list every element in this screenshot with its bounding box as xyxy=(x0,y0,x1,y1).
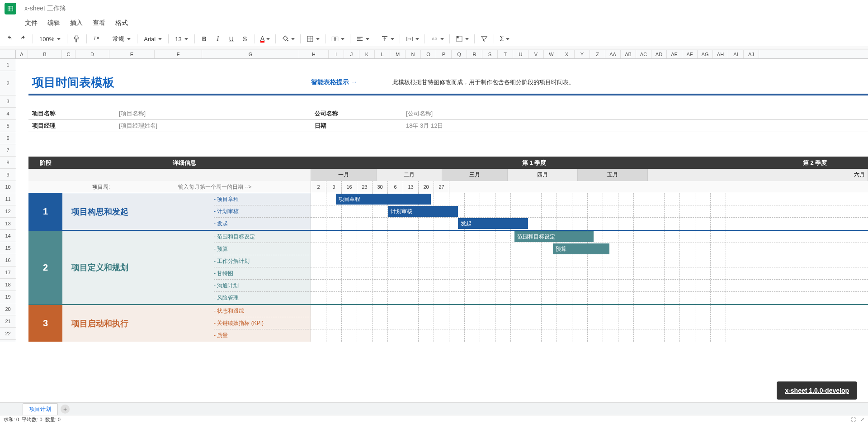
col-header[interactable]: Q xyxy=(452,50,467,58)
row-header[interactable]: 19 xyxy=(0,291,16,303)
row-header[interactable]: 14 xyxy=(0,230,16,242)
col-header[interactable]: V xyxy=(528,50,544,58)
underline-button[interactable]: U xyxy=(226,33,237,45)
col-header[interactable]: J xyxy=(344,50,359,58)
gantt-bar[interactable]: 计划审核 xyxy=(388,206,458,217)
text-color-button[interactable]: A xyxy=(259,33,272,45)
col-header[interactable]: X xyxy=(559,50,575,58)
row-header[interactable]: 13 xyxy=(0,218,16,230)
borders-button[interactable] xyxy=(304,33,321,45)
menu-file[interactable]: 文件 xyxy=(25,19,38,27)
redo-button[interactable] xyxy=(17,33,29,45)
col-header[interactable]: AH xyxy=(713,50,728,58)
row-header[interactable]: 22 xyxy=(0,328,16,340)
menu-edit[interactable]: 编辑 xyxy=(47,19,60,27)
col-header[interactable]: A xyxy=(16,50,28,58)
row-header[interactable]: 16 xyxy=(0,254,16,267)
gantt-bar[interactable]: 范围和目标设定 xyxy=(514,231,594,242)
menu-format[interactable]: 格式 xyxy=(115,19,128,27)
row-header[interactable]: 18 xyxy=(0,279,16,291)
halign-button[interactable] xyxy=(354,33,371,45)
col-header[interactable]: AC xyxy=(636,50,651,58)
font-select[interactable]: Arial xyxy=(141,36,165,43)
valign-button[interactable] xyxy=(379,33,396,45)
col-header[interactable]: F xyxy=(155,50,202,58)
col-header[interactable]: N xyxy=(406,50,421,58)
project-name-value[interactable]: [项目名称] xyxy=(119,110,307,118)
select-all-corner[interactable] xyxy=(0,50,16,58)
phase-3: 3 项目启动和执行 - 状态和跟踪 - 关键绩效指标 (KPI) - 质量 xyxy=(28,305,868,342)
zoom-select[interactable]: 100% xyxy=(37,36,63,43)
row-header[interactable]: 2 xyxy=(0,71,16,95)
col-header[interactable]: W xyxy=(544,50,559,58)
gantt-bar[interactable]: 发起 xyxy=(458,218,528,229)
col-header[interactable]: AJ xyxy=(744,50,759,58)
row-header[interactable]: 10 xyxy=(0,181,16,193)
col-header[interactable]: Y xyxy=(575,50,590,58)
col-header[interactable]: P xyxy=(436,50,452,58)
text-wrap-button[interactable] xyxy=(404,33,421,45)
number-format-select[interactable]: 常规 xyxy=(110,35,133,43)
col-header[interactable]: O xyxy=(421,50,436,58)
row-header[interactable]: 6 xyxy=(0,132,16,144)
tips-link[interactable]: 智能表格提示 → xyxy=(311,78,392,86)
col-header[interactable]: K xyxy=(359,50,375,58)
col-header[interactable]: AA xyxy=(605,50,621,58)
gantt-bar[interactable]: 项目章程 xyxy=(336,194,431,205)
col-header[interactable]: AD xyxy=(651,50,667,58)
col-header[interactable]: S xyxy=(482,50,498,58)
font-size-select[interactable]: 13 xyxy=(172,36,190,43)
col-header[interactable]: G xyxy=(202,50,299,58)
strike-button[interactable]: S xyxy=(239,33,251,45)
row-header[interactable]: 8 xyxy=(0,157,16,169)
clear-format-button[interactable]: T xyxy=(90,33,102,45)
bold-button[interactable]: B xyxy=(198,33,210,45)
col-header[interactable]: U xyxy=(513,50,528,58)
text-rotation-button[interactable]: A xyxy=(429,33,446,45)
row-header[interactable]: 9 xyxy=(0,169,16,181)
undo-button[interactable] xyxy=(4,33,15,45)
col-header[interactable]: AE xyxy=(667,50,682,58)
row-header[interactable]: 20 xyxy=(0,303,16,315)
col-header[interactable]: M xyxy=(390,50,406,58)
col-header[interactable]: D xyxy=(75,50,109,58)
merge-button[interactable] xyxy=(329,33,346,45)
row-header[interactable]: 11 xyxy=(0,193,16,205)
fill-color-button[interactable] xyxy=(279,33,297,45)
col-header[interactable]: AB xyxy=(621,50,636,58)
row-header[interactable]: 15 xyxy=(0,242,16,254)
col-header[interactable]: C xyxy=(62,50,75,58)
company-value[interactable]: [公司名称] xyxy=(406,110,594,118)
col-header[interactable]: H xyxy=(299,50,329,58)
row-header[interactable]: 12 xyxy=(0,205,16,218)
menu-insert[interactable]: 插入 xyxy=(70,19,83,27)
pm-value[interactable]: [项目经理姓名] xyxy=(119,122,307,130)
freeze-button[interactable] xyxy=(453,33,471,45)
paint-format-button[interactable] xyxy=(71,33,83,45)
filter-button[interactable] xyxy=(478,33,490,45)
col-header[interactable]: AF xyxy=(682,50,698,58)
col-header[interactable]: E xyxy=(109,50,155,58)
col-header[interactable]: B xyxy=(28,50,62,58)
sheet-canvas[interactable]: 项目时间表模板 智能表格提示 → 此模板根据甘特图修改而成，用于制作包含各细分阶… xyxy=(16,59,868,342)
date-value[interactable]: 18年 3月 12日 xyxy=(406,122,594,130)
app-title[interactable]: x-sheet 工作簿 xyxy=(24,5,66,13)
col-header[interactable]: Z xyxy=(590,50,605,58)
col-header[interactable]: R xyxy=(467,50,482,58)
col-header[interactable]: T xyxy=(498,50,513,58)
row-header[interactable]: 4 xyxy=(0,108,16,120)
col-header[interactable]: I xyxy=(329,50,344,58)
gantt-bar[interactable]: 预算 xyxy=(553,243,609,254)
row-header[interactable]: 5 xyxy=(0,120,16,132)
menu-view[interactable]: 查看 xyxy=(93,19,105,27)
row-header[interactable]: 17 xyxy=(0,267,16,279)
row-header[interactable]: 1 xyxy=(0,59,16,71)
row-header[interactable]: 21 xyxy=(0,315,16,328)
italic-button[interactable]: I xyxy=(212,33,224,45)
col-header[interactable]: AI xyxy=(728,50,744,58)
functions-button[interactable]: Σ xyxy=(498,33,511,45)
row-header[interactable]: 7 xyxy=(0,144,16,157)
col-header[interactable]: AG xyxy=(698,50,713,58)
row-header[interactable]: 3 xyxy=(0,95,16,108)
col-header[interactable]: L xyxy=(375,50,390,58)
